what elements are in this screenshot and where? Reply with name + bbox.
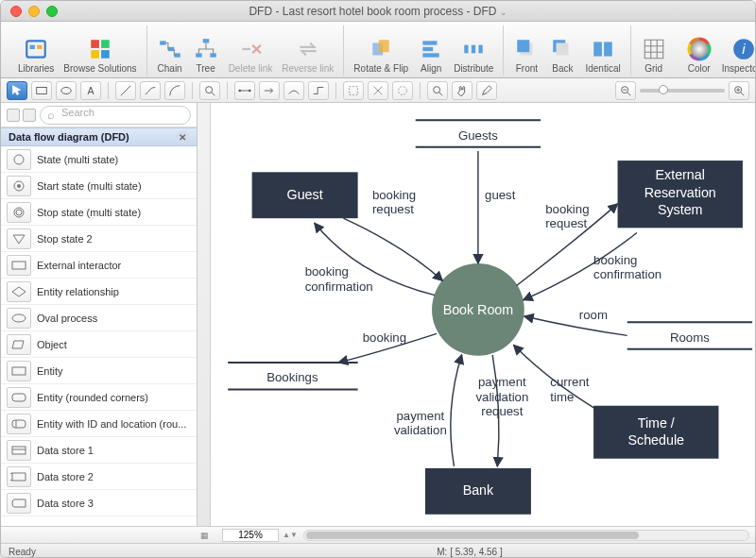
grid-button[interactable]: Grid — [637, 35, 671, 76]
svg-text:request: request — [372, 202, 414, 216]
shape-label: Oval process — [37, 313, 97, 324]
shape-label: Object — [37, 339, 67, 350]
back-icon — [550, 37, 575, 61]
library-close-icon[interactable]: ✕ — [176, 130, 189, 144]
shape-item[interactable]: Data store 1 — [1, 437, 197, 464]
reverse-link-button[interactable]: Reverse link — [278, 35, 337, 76]
zoom-out-button[interactable] — [615, 81, 636, 100]
shape-item[interactable]: Entity relationship — [1, 279, 197, 305]
shape-item[interactable]: Entity (rounded corners) — [1, 384, 197, 411]
connector-direct[interactable] — [234, 81, 255, 100]
zoom-in-sub[interactable] — [427, 81, 448, 100]
shape-item[interactable]: Entity with ID and location (rou... — [1, 411, 197, 437]
distribute-button[interactable]: Distribute — [450, 35, 497, 76]
shape-item[interactable]: Object — [1, 331, 197, 358]
zoom-slider[interactable] — [640, 89, 725, 93]
shape-label: State (multi state) — [37, 154, 118, 165]
pointer-tool[interactable] — [7, 81, 27, 100]
identical-icon — [591, 37, 615, 61]
zoom-in-button[interactable] — [729, 81, 749, 100]
shape-item[interactable]: Data store 3 — [1, 490, 197, 516]
svg-text:Time /: Time / — [638, 415, 675, 431]
browse-solutions-icon — [88, 37, 112, 61]
svg-rect-19 — [472, 45, 475, 54]
align-icon — [419, 37, 443, 61]
align-button[interactable]: Align — [414, 35, 448, 76]
zoom-level[interactable]: 125% — [222, 529, 279, 542]
rotate-flip-button[interactable]: Rotate & Flip — [350, 35, 412, 76]
edit-tool[interactable] — [476, 81, 497, 100]
delete-link-button[interactable]: Delete link — [225, 35, 277, 76]
shape-item[interactable]: External interactor — [1, 252, 197, 279]
svg-rect-46 — [12, 262, 26, 269]
shape-item[interactable]: Entity — [1, 358, 197, 384]
snap-tool-3[interactable] — [392, 81, 413, 100]
color-button[interactable]: Color — [682, 35, 716, 76]
connector-arrow[interactable] — [259, 81, 280, 100]
shape-item[interactable]: Oval process — [1, 305, 197, 331]
snap-tool-1[interactable] — [343, 81, 364, 100]
horizontal-scrollbar[interactable] — [303, 530, 749, 541]
shape-item[interactable]: Stop state 2 — [1, 226, 197, 252]
resize-handle[interactable] — [734, 545, 747, 558]
connector-smart[interactable] — [308, 81, 329, 100]
entity-bookings: Bookings — [266, 370, 318, 384]
shape-label: Entity relationship — [37, 286, 119, 297]
library-header[interactable]: Data flow diagram (DFD) ✕ — [1, 127, 197, 146]
svg-rect-22 — [518, 40, 530, 52]
svg-text:System: System — [658, 202, 703, 217]
chain-button[interactable]: Chain — [153, 35, 187, 76]
diagram-canvas[interactable]: Guests Guest External Reservation System… — [211, 103, 755, 526]
text-tool[interactable]: A — [80, 81, 101, 100]
shape-icon — [7, 202, 31, 223]
zoom-tool[interactable] — [199, 81, 220, 100]
dfd-diagram: Guests Guest External Reservation System… — [211, 103, 755, 526]
browse-solutions-button[interactable]: Browse Solutions — [60, 35, 140, 76]
inspectors-button[interactable]: i Inspectors — [718, 35, 756, 76]
delete-link-icon — [238, 37, 263, 61]
svg-text:time: time — [550, 390, 574, 404]
shape-item[interactable]: State (multi state) — [1, 146, 197, 173]
scroll-row: ▦ 125% ▲▼ — [1, 526, 755, 543]
library-title: Data flow diagram (DFD) — [9, 131, 129, 143]
sidebar-toggle-1[interactable] — [7, 109, 20, 122]
shape-item[interactable]: Start state (multi state) — [1, 173, 197, 199]
svg-rect-4 — [101, 40, 110, 48]
shape-icon — [7, 255, 31, 276]
titlebar: DFD - Last resort hotel book room proces… — [1, 1, 755, 22]
back-button[interactable]: Back — [545, 35, 579, 76]
hand-tool[interactable] — [452, 81, 472, 100]
distribute-icon — [461, 37, 486, 61]
svg-rect-0 — [26, 41, 45, 57]
shape-item[interactable]: Data store 2 — [1, 464, 197, 490]
svg-point-34 — [238, 89, 241, 92]
libraries-icon — [24, 37, 48, 61]
library-search-input[interactable]: Search — [40, 106, 191, 125]
title-dropdown-icon[interactable]: ⌄ — [500, 8, 507, 17]
svg-rect-1 — [30, 45, 35, 49]
inspectors-icon: i — [731, 37, 756, 61]
identical-button[interactable]: Identical — [581, 35, 624, 76]
svg-rect-10 — [202, 39, 209, 42]
svg-text:guest: guest — [485, 188, 516, 202]
status-ready: Ready — [9, 547, 205, 557]
svg-rect-24 — [557, 43, 569, 56]
snap-tool-2[interactable] — [368, 81, 388, 100]
connector-tool[interactable] — [140, 81, 161, 100]
rect-tool[interactable] — [31, 81, 52, 100]
tree-button[interactable]: Tree — [189, 35, 223, 76]
svg-text:confirmation: confirmation — [305, 279, 373, 294]
shape-label: External interactor — [37, 260, 121, 271]
svg-text:payment: payment — [396, 409, 444, 423]
connector-round[interactable] — [284, 81, 304, 100]
ellipse-tool[interactable] — [56, 81, 77, 100]
line-tool[interactable] — [115, 81, 136, 100]
shape-item[interactable]: Stop state (multi state) — [1, 199, 197, 226]
front-button[interactable]: Front — [509, 35, 543, 76]
svg-point-47 — [12, 314, 26, 322]
sidebar-toggle-2[interactable] — [23, 109, 36, 122]
arc-tool[interactable] — [164, 81, 185, 100]
svg-rect-12 — [210, 53, 216, 57]
libraries-button[interactable]: Libraries — [14, 35, 58, 76]
app-window: DFD - Last resort hotel book room proces… — [0, 0, 756, 558]
